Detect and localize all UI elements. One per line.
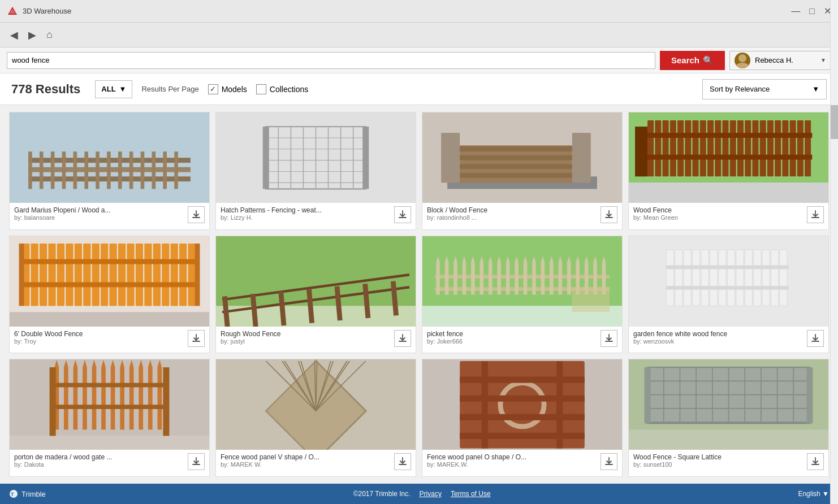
svg-rect-97 (188, 244, 195, 306)
svg-rect-8 (28, 151, 32, 189)
download-icon (398, 333, 408, 344)
svg-rect-53 (663, 120, 669, 176)
window-controls: ― □ ✕ (791, 6, 831, 16)
scrollbar-thumb[interactable] (831, 105, 838, 139)
svg-rect-42 (441, 133, 460, 183)
model-text: Gard Marius Plopeni / Wood a...by: balan… (14, 206, 188, 221)
svg-rect-194 (129, 367, 134, 429)
model-card[interactable]: Wood Fence - Square Latticeby: sunset100 (628, 359, 829, 477)
download-button[interactable] (394, 330, 411, 347)
svg-rect-82 (57, 244, 64, 306)
svg-rect-157 (572, 288, 610, 312)
model-card[interactable]: Rough Wood Fenceby: justyl (215, 236, 416, 354)
download-icon (191, 210, 201, 220)
svg-rect-72 (805, 120, 811, 176)
svg-rect-38 (263, 127, 269, 189)
svg-rect-173 (666, 266, 788, 270)
download-button[interactable] (807, 453, 824, 470)
model-info: porton de madera / wood gate ...by: Dako… (10, 450, 209, 473)
svg-rect-92 (144, 244, 152, 306)
model-card[interactable]: Wood Fenceby: Mean Green (628, 112, 829, 230)
svg-rect-202 (53, 405, 166, 409)
download-button[interactable] (394, 453, 411, 470)
footer-links: ©2017 Trimble Inc. Privacy Terms of Use (353, 490, 491, 498)
download-button[interactable] (394, 206, 411, 223)
model-card[interactable]: Fence wood panel V shape / O...by: MAREK… (215, 359, 416, 477)
model-thumbnail (422, 112, 622, 203)
model-card[interactable]: Fence wood panel O shape / O...by: MAREK… (422, 359, 623, 477)
svg-rect-126 (471, 263, 475, 295)
svg-rect-70 (790, 120, 796, 176)
svg-rect-198 (148, 367, 153, 429)
svg-rect-168 (745, 250, 752, 306)
svg-rect-87 (101, 244, 108, 306)
model-card[interactable]: picket fenceby: Joker666 (422, 236, 623, 354)
download-button[interactable] (601, 206, 617, 223)
svg-rect-169 (754, 250, 761, 306)
footer-copyright: ©2017 Trimble Inc. (353, 490, 411, 498)
back-button[interactable]: ◀ (7, 28, 21, 42)
footer-terms-link[interactable]: Terms of Use (451, 490, 491, 498)
model-info: Block / Wood Fenceby: ratondinho8 ... (422, 203, 622, 227)
download-button[interactable] (188, 453, 205, 470)
model-text: garden fence white wood fenceby: wenzoos… (633, 330, 807, 345)
app-logo-icon (7, 6, 18, 17)
svg-rect-203 (50, 367, 56, 436)
model-card[interactable]: porton de madera / wood gate ...by: Dako… (9, 359, 210, 477)
svg-rect-80 (40, 244, 47, 306)
svg-rect-47 (460, 164, 572, 169)
sort-dropdown[interactable]: Sort by Relevance ▼ (702, 79, 827, 99)
svg-rect-51 (647, 120, 654, 176)
svg-rect-130 (489, 263, 493, 295)
svg-rect-57 (693, 120, 699, 176)
download-button[interactable] (807, 206, 824, 223)
model-card[interactable]: Gard Marius Plopeni / Wood a...by: balan… (9, 112, 210, 230)
model-card[interactable]: Block / Wood Fenceby: ratondinho8 ... (422, 112, 623, 230)
scrollbar-track (830, 0, 838, 504)
maximize-icon[interactable]: □ (809, 6, 815, 16)
svg-rect-176 (10, 436, 209, 450)
collections-checkbox[interactable]: Collections (256, 84, 308, 94)
svg-rect-101 (195, 244, 200, 306)
svg-rect-85 (83, 244, 90, 306)
title-bar: 3D Warehouse ― □ ✕ (0, 0, 838, 23)
footer-privacy-link[interactable]: Privacy (420, 490, 442, 498)
model-thumbnail (216, 112, 416, 203)
svg-rect-62 (730, 120, 736, 176)
download-button[interactable] (601, 330, 617, 347)
forward-button[interactable]: ▶ (25, 28, 40, 42)
svg-text:T: T (11, 492, 14, 497)
user-dropdown[interactable]: Rebecca H. ▼ (729, 51, 831, 70)
search-button[interactable]: Search 🔍 (660, 51, 725, 70)
model-info: garden fence white wood fenceby: wenzoos… (629, 327, 828, 350)
svg-rect-96 (179, 244, 187, 306)
svg-rect-225 (482, 361, 488, 448)
svg-rect-58 (700, 120, 706, 176)
footer-language: English ▼ (798, 490, 829, 498)
svg-rect-162 (693, 250, 700, 306)
svg-rect-166 (727, 250, 735, 306)
all-filter-dropdown[interactable]: ALL ▼ (95, 80, 132, 98)
download-button[interactable] (188, 206, 205, 223)
download-button[interactable] (601, 453, 617, 470)
svg-rect-165 (719, 250, 726, 306)
model-name: Fence wood panel O shape / O... (427, 453, 601, 461)
svg-rect-65 (752, 120, 758, 176)
download-button[interactable] (188, 330, 205, 347)
model-card[interactable]: Hatch Patterns - Fencing - weat...by: Li… (215, 112, 416, 230)
home-button[interactable]: ⌂ (43, 28, 56, 42)
svg-rect-86 (92, 244, 100, 306)
model-thumbnail (629, 112, 828, 203)
svg-rect-12 (74, 151, 77, 189)
all-label: ALL (101, 85, 115, 93)
model-card[interactable]: garden fence white wood fenceby: wenzoos… (628, 236, 829, 354)
svg-rect-93 (153, 244, 161, 306)
models-checkbox[interactable]: ✓ Models (208, 84, 247, 94)
search-input[interactable] (7, 52, 655, 69)
download-button[interactable] (807, 330, 824, 347)
svg-rect-45 (460, 146, 572, 151)
model-author: by: MAREK W. (221, 461, 394, 468)
minimize-icon[interactable]: ― (791, 6, 800, 16)
svg-rect-148 (567, 263, 571, 295)
model-card[interactable]: 6' Double Wood Fenceby: Troy (9, 236, 210, 354)
